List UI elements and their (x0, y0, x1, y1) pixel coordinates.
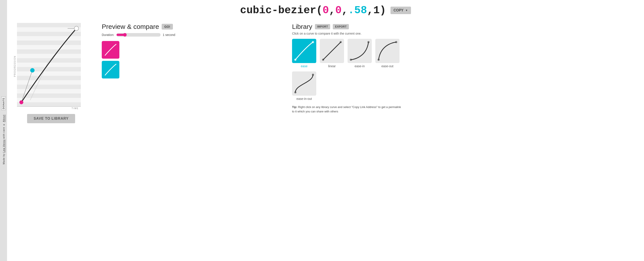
comma1: , (329, 5, 335, 16)
save-to-library-button[interactable]: SAVE TO LIBRARY (27, 114, 75, 123)
preview-box-teal (102, 61, 119, 79)
curve-thumb-ease-in-out (292, 71, 316, 96)
library-area: Library IMPORT EXPORT Click on a curve t… (292, 23, 638, 123)
svg-point-10 (322, 59, 324, 61)
with-care-label: with care (2, 127, 5, 128)
library-grid-row2: ease-in-out (292, 71, 638, 101)
slider-handle[interactable] (123, 33, 127, 37)
param2: 0 (335, 5, 342, 16)
comma2: , (342, 5, 348, 16)
param1: 0 (323, 5, 329, 16)
svg-point-17 (312, 74, 314, 76)
svg-line-2 (21, 70, 32, 102)
copy-button[interactable]: COPY ▼ (390, 7, 411, 14)
content-area: PROGRESSION (14, 23, 638, 123)
preview-area: Preview & compare GO! Duration: 1 second (102, 23, 274, 123)
library-grid-row1: ease linear (292, 39, 638, 68)
comma3: , (367, 5, 373, 16)
curve-thumb-ease-in (348, 39, 372, 63)
curve-item-ease-out[interactable]: ease-out (375, 39, 400, 68)
title-suffix: ) (380, 5, 386, 16)
library-subtitle: Click on a curve to compare it with the … (292, 32, 638, 35)
export-button[interactable]: EXPORT (333, 24, 349, 29)
bezier-graph[interactable] (17, 23, 81, 107)
import-button[interactable]: IMPORT (315, 24, 330, 29)
curve-label-ease-in: ease-in (354, 64, 365, 68)
curve-item-ease-in[interactable]: ease-in (348, 39, 372, 68)
duration-label: Duration: (102, 33, 114, 37)
tip-bold: Tip: (292, 105, 297, 109)
curve-thumb-ease (292, 39, 316, 63)
param4: 1 (373, 5, 380, 16)
header: cubic-bezier(0,0,.58,1) COPY ▼ (14, 5, 638, 16)
svg-point-16 (294, 91, 296, 94)
svg-point-7 (294, 59, 296, 61)
preview-section-title: Preview & compare GO! (102, 23, 274, 31)
side-panel: DONATE Made by Lea Verou with care ✳ Abo… (0, 0, 7, 128)
duration-slider[interactable] (116, 33, 160, 37)
svg-point-12 (350, 59, 352, 61)
about-link[interactable]: About (2, 115, 5, 122)
svg-point-5 (74, 26, 79, 31)
about-text: Made by Lea Verou with care ✳ About (2, 115, 5, 128)
duration-row: Duration: 1 second (102, 33, 274, 37)
preview-boxes (102, 41, 274, 79)
svg-point-14 (378, 59, 380, 61)
curve-thumb-linear (320, 39, 344, 63)
svg-point-3 (30, 68, 34, 73)
svg-point-6 (20, 100, 23, 104)
save-btn-container: SAVE TO LIBRARY (14, 114, 88, 123)
curve-item-linear[interactable]: linear (320, 39, 344, 68)
curve-label-ease: ease (301, 64, 308, 68)
param3: .58 (348, 5, 367, 16)
asterisk-icon: ✳ (2, 123, 5, 126)
main-container: cubic-bezier(0,0,.58,1) COPY ▼ PROGRESSI… (7, 0, 644, 128)
curve-thumb-ease-out (375, 39, 400, 63)
tip-content: Right click on any library curve and sel… (292, 105, 401, 113)
donate-button[interactable]: DONATE (1, 97, 6, 110)
graph-area: PROGRESSION (14, 23, 88, 123)
svg-point-13 (367, 41, 370, 43)
x-axis-label: TIME (17, 107, 81, 110)
curve-label-linear: linear (328, 64, 336, 68)
curve-item-ease[interactable]: ease (292, 39, 316, 68)
library-header: Library IMPORT EXPORT (292, 23, 638, 31)
curve-label-ease-in-out: ease-in-out (296, 97, 312, 101)
svg-point-8 (312, 41, 314, 43)
curve-label-ease-out: ease-out (382, 64, 393, 68)
tip-text: Tip: Right click on any library curve an… (292, 105, 402, 114)
svg-point-11 (340, 41, 342, 43)
svg-point-15 (395, 41, 397, 43)
curve-item-ease-in-out[interactable]: ease-in-out (292, 71, 316, 101)
go-button[interactable]: GO! (162, 24, 173, 30)
copy-label: COPY (394, 8, 404, 12)
title-prefix: cubic-bezier( (240, 5, 322, 16)
preview-title-label: Preview & compare (102, 23, 159, 31)
preview-box-pink (102, 41, 119, 59)
bezier-formula: cubic-bezier(0,0,.58,1) (240, 5, 386, 16)
y-axis-label: PROGRESSION (14, 56, 16, 77)
graph-wrapper: PROGRESSION (14, 23, 88, 110)
dropdown-arrow-icon: ▼ (405, 9, 408, 12)
library-title: Library (292, 23, 312, 31)
svg-line-9 (323, 42, 341, 60)
duration-value: 1 second (163, 33, 175, 37)
